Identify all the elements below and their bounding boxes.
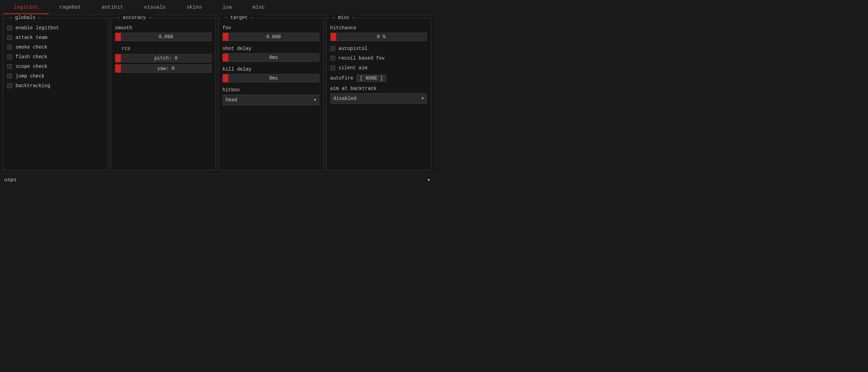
hitbox-section: hitbox head ▼ bbox=[223, 87, 319, 105]
rcs-yaw-thumb bbox=[115, 64, 121, 73]
accuracy-title: accuracy bbox=[114, 15, 155, 20]
rcs-pitch-value: pitch: 0 bbox=[121, 55, 211, 61]
target-panel: target fov 0.000 shot delay 0ms kill del… bbox=[218, 18, 324, 171]
rcs-pitch-slider[interactable]: pitch: 0 bbox=[115, 54, 212, 62]
silent-aim-checkbox[interactable] bbox=[330, 65, 335, 70]
shot-delay-thumb bbox=[223, 53, 228, 62]
fov-slider[interactable]: 0.000 bbox=[223, 33, 319, 41]
misc-title: misc bbox=[330, 15, 358, 20]
bottom-arrow-icon[interactable]: ▼ bbox=[427, 178, 430, 182]
autopistol-row: autopistol bbox=[330, 46, 427, 51]
aim-at-backtrack-arrow-icon: ▼ bbox=[422, 97, 424, 101]
weapon-label: usps bbox=[4, 177, 17, 183]
tab-misc[interactable]: misc bbox=[242, 1, 275, 14]
bottom-bar: usps ▼ bbox=[0, 174, 434, 186]
attack-team-checkbox[interactable] bbox=[7, 35, 12, 40]
hitchance-slider[interactable]: 0 % bbox=[330, 33, 427, 41]
shot-delay-slider[interactable]: 0ms bbox=[223, 53, 319, 62]
tab-ragebot[interactable]: ragebot bbox=[49, 1, 91, 14]
accuracy-panel: accuracy smooth 0.000 rcs pitch: 0 yaw: … bbox=[111, 18, 216, 171]
tab-lua[interactable]: lua bbox=[212, 1, 242, 14]
aim-at-backtrack-dropdown[interactable]: disabled ▼ bbox=[330, 93, 427, 104]
app-container: legitbot ragebot antihit visuals skins l… bbox=[0, 0, 434, 186]
aim-at-backtrack-value: disabled bbox=[333, 96, 356, 101]
recoil-based-fov-checkbox[interactable] bbox=[330, 56, 335, 61]
tab-legitbot[interactable]: legitbot bbox=[3, 1, 49, 14]
aim-at-backtrack-section: aim at backtrack disabled ▼ bbox=[330, 86, 427, 104]
autofire-bind[interactable]: [ NONE ] bbox=[357, 75, 386, 82]
scope-check-label: scope check bbox=[16, 64, 47, 69]
smoke-check-row: smoke check bbox=[7, 44, 104, 50]
fov-label: fov bbox=[223, 25, 319, 31]
backtracking-label: backtracking bbox=[16, 83, 50, 89]
shot-delay-label: shot delay bbox=[223, 46, 319, 51]
kill-delay-value: 0ms bbox=[228, 75, 319, 81]
smooth-thumb bbox=[115, 33, 121, 41]
fov-section: fov 0.000 bbox=[223, 25, 319, 41]
enable-legitbot-row: enable legitbot bbox=[7, 25, 104, 31]
target-title: target bbox=[222, 15, 256, 20]
autofire-row: autofire [ NONE ] bbox=[330, 75, 427, 82]
hitchance-section: hitchance 0 % bbox=[330, 25, 427, 41]
enable-legitbot-label: enable legitbot bbox=[16, 25, 59, 31]
tab-skins[interactable]: skins bbox=[176, 1, 212, 14]
shot-delay-section: shot delay 0ms bbox=[223, 46, 319, 62]
flash-check-label: flash check bbox=[16, 54, 47, 60]
flash-check-checkbox[interactable] bbox=[7, 54, 12, 59]
hitbox-dropdown[interactable]: head ▼ bbox=[223, 95, 319, 105]
smoke-check-checkbox[interactable] bbox=[7, 45, 12, 50]
tab-antihit[interactable]: antihit bbox=[91, 1, 134, 14]
hitbox-arrow-icon: ▼ bbox=[314, 98, 316, 102]
autopistol-label: autopistol bbox=[339, 46, 368, 51]
silent-aim-row: silent aim bbox=[330, 65, 427, 71]
tab-visuals[interactable]: visuals bbox=[134, 1, 176, 14]
backtracking-checkbox[interactable] bbox=[7, 83, 12, 88]
scope-check-checkbox[interactable] bbox=[7, 64, 12, 69]
tab-bar: legitbot ragebot antihit visuals skins l… bbox=[0, 0, 434, 15]
autopistol-checkbox[interactable] bbox=[330, 46, 335, 51]
smooth-section: smooth 0.000 bbox=[115, 25, 212, 41]
rcs-yaw-value: yaw: 0 bbox=[121, 66, 211, 71]
kill-delay-section: kill delay 0ms bbox=[223, 66, 319, 82]
jump-check-label: jump check bbox=[16, 73, 44, 79]
main-content: globals enable legitbot attack team smok… bbox=[0, 15, 434, 174]
smooth-value: 0.000 bbox=[121, 34, 211, 40]
jump-check-checkbox[interactable] bbox=[7, 74, 12, 79]
smoke-check-label: smoke check bbox=[16, 44, 47, 50]
flash-check-row: flash check bbox=[7, 54, 104, 60]
autofire-label: autofire bbox=[330, 75, 353, 81]
smooth-slider[interactable]: 0.000 bbox=[115, 33, 212, 41]
hitchance-thumb bbox=[331, 33, 336, 41]
rcs-pitch-thumb bbox=[115, 54, 121, 62]
silent-aim-label: silent aim bbox=[339, 65, 368, 71]
rcs-section: rcs pitch: 0 yaw: 0 bbox=[115, 46, 212, 73]
attack-team-row: attack team bbox=[7, 35, 104, 40]
misc-panel: misc hitchance 0 % autopistol recoil bas… bbox=[326, 18, 432, 171]
aim-at-backtrack-label: aim at backtrack bbox=[330, 86, 427, 91]
recoil-based-fov-row: recoil based fov bbox=[330, 55, 427, 61]
kill-delay-slider[interactable]: 0ms bbox=[223, 74, 319, 82]
rcs-yaw-slider[interactable]: yaw: 0 bbox=[115, 64, 212, 73]
globals-title: globals bbox=[7, 15, 44, 20]
attack-team-label: attack team bbox=[16, 35, 47, 40]
fov-value: 0.000 bbox=[228, 34, 319, 40]
enable-legitbot-checkbox[interactable] bbox=[7, 25, 12, 30]
jump-check-row: jump check bbox=[7, 73, 104, 79]
hitbox-value: head bbox=[226, 97, 237, 103]
rcs-label: rcs bbox=[115, 46, 212, 51]
smooth-label: smooth bbox=[115, 25, 212, 31]
recoil-based-fov-label: recoil based fov bbox=[339, 55, 385, 61]
hitchance-label: hitchance bbox=[330, 25, 427, 31]
hitbox-label: hitbox bbox=[223, 87, 319, 93]
backtracking-row: backtracking bbox=[7, 83, 104, 89]
hitchance-value: 0 % bbox=[336, 34, 427, 40]
kill-delay-thumb bbox=[223, 74, 228, 82]
globals-panel: globals enable legitbot attack team smok… bbox=[3, 18, 108, 171]
shot-delay-value: 0ms bbox=[228, 55, 319, 60]
fov-thumb bbox=[223, 33, 228, 41]
scope-check-row: scope check bbox=[7, 64, 104, 69]
kill-delay-label: kill delay bbox=[223, 66, 319, 72]
